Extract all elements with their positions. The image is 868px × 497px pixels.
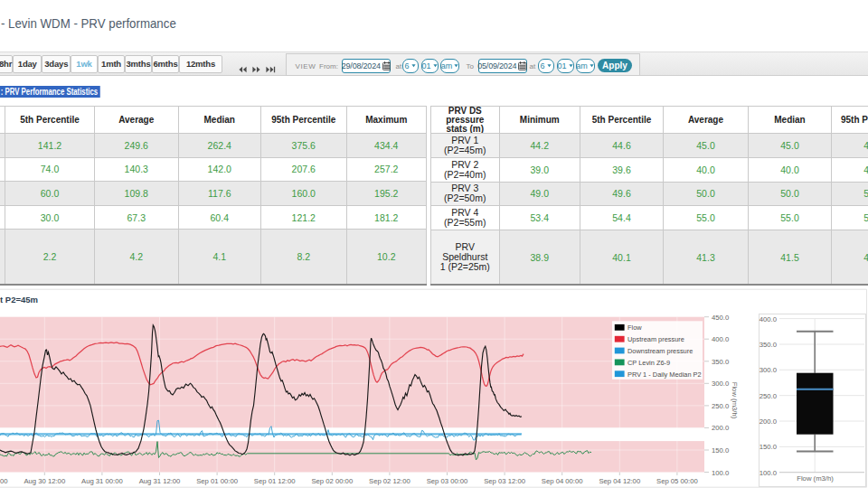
svg-text:Sep 01 00:00: Sep 01 00:00 (196, 477, 238, 485)
svg-text:Sep 04 00:00: Sep 04 00:00 (542, 477, 583, 485)
svg-text:Sep 02 00:00: Sep 02 00:00 (311, 477, 353, 485)
svg-text:Sep 05 00:00: Sep 05 00:00 (656, 477, 698, 485)
svg-text:CP Levin Z6-9: CP Levin Z6-9 (627, 359, 670, 367)
svg-text:400.0: 400.0 (760, 315, 777, 324)
svg-text:100.0: 100.0 (760, 469, 777, 477)
svg-text:350.0: 350.0 (760, 341, 777, 349)
svg-text:Sep 02 12:00: Sep 02 12:00 (369, 477, 410, 485)
svg-text:300.0: 300.0 (760, 366, 777, 374)
svg-text:Flow (m3/h): Flow (m3/h) (797, 474, 834, 483)
svg-text:200.0: 200.0 (760, 417, 777, 426)
svg-text:t P2=45m: t P2=45m (0, 295, 38, 305)
svg-text:Aug 31 12:00: Aug 31 12:00 (139, 477, 181, 485)
svg-text:Sep 01 12:00: Sep 01 12:00 (254, 477, 296, 485)
svg-text:Aug 31 00:00: Aug 31 00:00 (81, 477, 123, 485)
svg-text:350.0: 350.0 (712, 358, 729, 366)
svg-text:Sep 04 12:00: Sep 04 12:00 (599, 477, 640, 485)
svg-text:300.0: 300.0 (712, 380, 729, 388)
svg-text:150.0: 150.0 (760, 443, 777, 451)
svg-text:Sep 03 00:00: Sep 03 00:00 (427, 477, 468, 485)
svg-text:250.0: 250.0 (712, 402, 729, 410)
svg-text:PRV 1 - Daily Median P2: PRV 1 - Daily Median P2 (627, 370, 702, 379)
svg-text:150.0: 150.0 (712, 446, 729, 455)
svg-text:Aug 30 00:00: Aug 30 00:00 (0, 477, 8, 485)
svg-text:Flow: Flow (627, 324, 642, 332)
svg-text:450.0: 450.0 (712, 314, 729, 322)
svg-text:Flow (m3/h): Flow (m3/h) (731, 382, 739, 419)
svg-text:400.0: 400.0 (712, 335, 729, 343)
svg-text:Aug 30 12:00: Aug 30 12:00 (24, 477, 65, 485)
svg-text:250.0: 250.0 (760, 392, 777, 400)
svg-text:Sep 03 12:00: Sep 03 12:00 (484, 477, 525, 485)
svg-text:100.0: 100.0 (712, 469, 729, 477)
svg-text:200.0: 200.0 (712, 424, 729, 432)
svg-text:Downstream pressure: Downstream pressure (627, 347, 693, 355)
svg-text:Upstream pressure: Upstream pressure (627, 335, 684, 343)
